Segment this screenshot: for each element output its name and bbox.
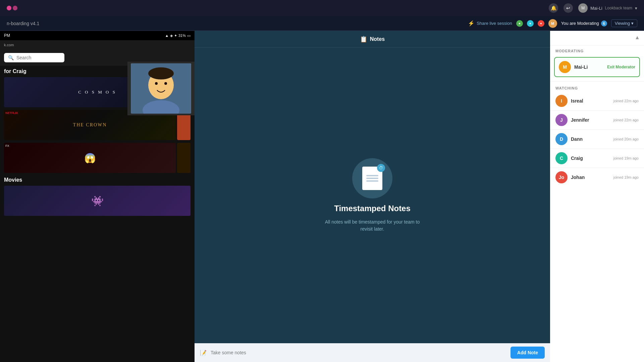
add-note-button[interactable]: Add Note [511,347,545,359]
notes-line-1 [366,175,378,176]
notes-header: 📋 Notes [195,31,550,48]
sessionbar: n-boarding v4.1 ⚡ Share live session ● ●… [0,16,644,31]
phone-status-right: ▲ ◈ ✦ 31% ▭ [165,34,191,38]
exit-moderator-button[interactable]: Exit Moderator [607,65,635,69]
notes-line-2 [366,178,378,179]
media-card-horror[interactable]: FX 😱 [4,143,176,173]
moderator-name: Mai-Li [574,64,588,70]
watcher-time: joined 20m ago [613,137,639,141]
moderator-avatar: M [548,19,557,28]
right-panel-header: ▲ [550,31,644,46]
cosmos-title: C O S M O S [78,89,116,95]
notes-panel: 📋 Notes ⏱ Timestamped Notes All notes wi… [195,31,550,362]
movie-thumbnail: 👾 [4,186,191,216]
notification-icon[interactable]: 🔔 [549,3,558,13]
watcher-row: JJenniferjoined 22m ago [550,111,644,130]
team-name: Lookback team [605,6,632,10]
watcher-name: Isreal [571,98,610,104]
viewing-button[interactable]: Viewing ▾ [611,19,637,27]
notes-input-bar: 📝 Add Note [195,343,550,362]
media-card-horror2[interactable] [177,143,191,173]
notes-icon: 📋 [360,36,367,43]
viewer-count-badge: 6 [601,20,607,26]
topbar-logo [7,4,19,12]
topbar: 🔔 ↩ M Mai-Li Lookback team ▾ [0,0,644,16]
moderator-info: M Mai-Li [559,61,588,73]
moderating-badge: You are Moderating 6 [561,20,607,26]
avatar: M [578,3,588,13]
topbar-right: 🔔 ↩ M Mai-Li Lookback team ▾ [549,3,637,13]
search-box[interactable]: 🔍 [4,53,64,62]
watcher-name: Jennifer [571,117,610,123]
watcher-avatar: J [555,114,568,126]
watching-divider [550,81,644,81]
watcher-time: joined 19m ago [613,156,639,160]
watcher-avatar: D [555,133,568,145]
watcher-row: CCraigjoined 19m ago [550,149,644,168]
section-movies: Movies [0,174,195,184]
record-teal-button[interactable]: ● [527,20,534,27]
moderating-panel: ▲ MODERATING M Mai-Li Exit Moderator WAT… [550,31,644,362]
notes-icon-circle: ⏱ [352,158,392,198]
crown-title: THE CROWN [73,122,107,128]
search-icon: 🔍 [8,55,14,60]
netflix-badge: NETFLIX [5,111,18,115]
svg-point-5 [164,82,167,85]
profile-photo [131,63,191,114]
watcher-name: Dann [571,136,610,142]
lightning-icon: ⚡ [468,20,475,26]
moderating-label: You are Moderating [561,21,599,26]
watching-section-label: WATCHING [550,83,644,92]
share-session-button[interactable]: ⚡ Share live session [468,20,512,26]
back-icon[interactable]: ↩ [564,3,573,13]
watcher-avatar: I [555,95,568,107]
notes-doc-icon: ⏱ [362,167,382,190]
chevron-down-icon: ▾ [631,21,634,26]
wifi-icon: ◈ [170,34,173,38]
watcher-avatar: Jo [555,171,568,183]
session-controls: ⚡ Share live session ● ● ● M You are Mod… [468,19,637,28]
notes-subtitle: All notes will be timestamped for your t… [322,219,423,233]
share-label: Share live session [477,21,512,26]
close-panel-button[interactable]: ▲ [633,34,641,42]
svg-point-4 [155,82,158,85]
media-row-movies: 👾 [0,184,195,217]
watcher-row: IIsrealjoined 22m ago [550,92,644,111]
notes-clock-badge: ⏱ [377,164,385,172]
watcher-time: joined 19m ago [613,175,639,179]
media-card-movie1[interactable]: 👾 [4,186,191,216]
main-area: PM ▲ ◈ ✦ 31% ▭ k.com 🔍 for Craig [0,31,644,362]
record-red-button[interactable]: ● [538,20,544,27]
viewing-label: Viewing [615,21,630,26]
battery-icon: ▭ [187,34,191,38]
logo-icon [7,4,19,12]
chevron-down-icon[interactable]: ▾ [635,6,637,11]
svg-point-3 [148,67,174,79]
session-title: n-boarding v4.1 [7,21,39,26]
person-illustration [131,63,191,114]
search-input[interactable] [16,55,60,60]
moderating-section-label: MODERATING [550,46,644,54]
notes-content: ⏱ Timestamped Notes All notes will be ti… [195,48,550,343]
watcher-name: Craig [571,156,610,161]
url-text: k.com [4,43,14,47]
record-green-button[interactable]: ● [516,20,523,27]
moderator-card: M Mai-Li Exit Moderator [554,57,640,77]
watcher-time: joined 22m ago [613,99,639,103]
notes-title: Timestamped Notes [334,204,411,213]
profile-area [127,62,195,115]
watcher-avatar: C [555,152,568,164]
moderator-avatar-img: M [559,61,571,73]
notes-input[interactable] [211,350,506,355]
watcher-row: DDannjoined 20m ago [550,130,644,149]
user-name: Mai-Li [590,6,602,11]
watcher-time: joined 22m ago [613,118,639,122]
notes-input-icon: 📝 [200,350,207,356]
signal-icon: ▲ [165,34,169,38]
url-bar: k.com [0,40,195,50]
notes-line-3 [366,180,378,182]
horror-thumbnail: FX 😱 [4,143,176,173]
user-badge: M Mai-Li Lookback team ▾ [578,3,637,13]
media-row-horror: FX 😱 [0,141,195,174]
phone-status-bar: PM ▲ ◈ ✦ 31% ▭ [0,31,195,40]
